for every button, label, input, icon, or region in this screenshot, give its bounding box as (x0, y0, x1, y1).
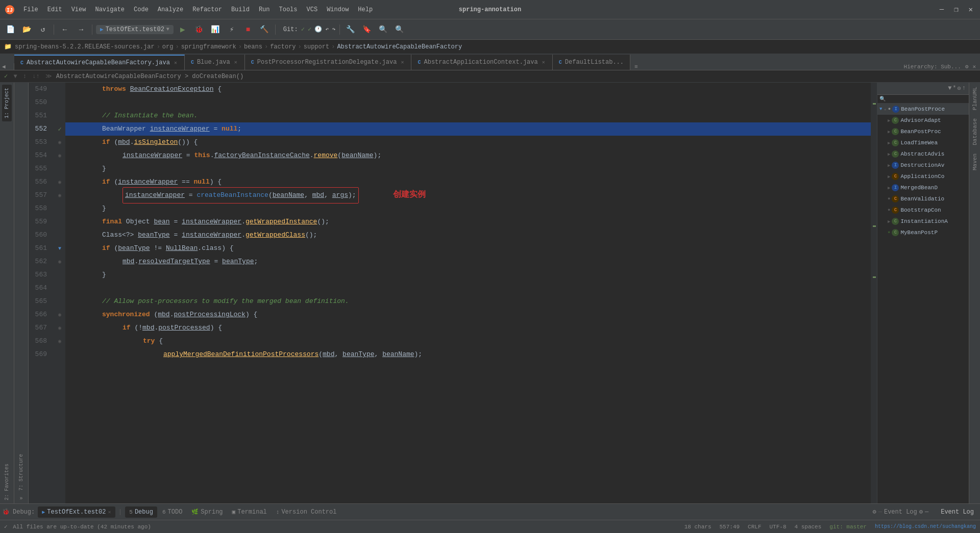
run-config-selector[interactable]: ▶ TestOfExt.test02 ▼ (96, 25, 174, 34)
left-side-tabs: 1: Project 2: Favorites (0, 83, 14, 503)
menu-run[interactable]: Run (255, 4, 274, 15)
tab-appcontext[interactable]: C AbstractApplicationContext.java ✕ (411, 55, 552, 70)
hierarchy-gear-icon[interactable]: ⚙ (965, 63, 969, 70)
breadcrumb-springframework[interactable]: springframework (181, 43, 236, 50)
hier-item-7[interactable]: ▶ I MergedBeanD (877, 182, 969, 193)
hier-item-8[interactable]: ● C BeanValidatio (877, 193, 969, 205)
menu-code[interactable]: Code (130, 4, 153, 15)
tab-abstract-autowire[interactable]: C AbstractAutowireCapableBeanFactory.jav… (14, 55, 185, 70)
menu-window[interactable]: Window (323, 4, 353, 15)
code-content[interactable]: throws BeanCreationException { // Instan… (65, 83, 871, 503)
gutter-568: ◉ (54, 335, 65, 348)
expand-all-icon[interactable]: » (17, 494, 24, 503)
status-crlf[interactable]: CRLF (748, 524, 761, 530)
forward-button[interactable]: → (74, 22, 88, 37)
bottom-tab-terminal[interactable]: ▣ Terminal (228, 506, 271, 518)
hier-item-6[interactable]: ▶ C ApplicationCo (877, 171, 969, 182)
hier-item-4[interactable]: ▶ C AbstractAdvis (877, 148, 969, 160)
breadcrumb-org[interactable]: org (162, 43, 174, 50)
bookmark-button[interactable]: 🔖 (360, 22, 374, 37)
new-file-button[interactable]: 📄 (3, 22, 17, 37)
menu-help[interactable]: Help (354, 4, 377, 15)
hier-item-5[interactable]: ▶ I DestructionAv (877, 160, 969, 171)
back-button[interactable]: ← (58, 22, 72, 37)
stop-button[interactable]: ■ (241, 22, 255, 37)
editor-scrollbar[interactable] (871, 83, 877, 503)
ln-565: 565 (29, 295, 50, 308)
menu-build[interactable]: Build (227, 4, 254, 15)
favorites-panel-tab[interactable]: 2: Favorites (2, 461, 12, 503)
tab-blue[interactable]: C Blue.java ✕ (185, 55, 245, 70)
hier-item-3[interactable]: ▶ C LoadTimeWea (877, 137, 969, 148)
hier-item-1[interactable]: ▶ C AdvisorAdapt (877, 115, 969, 126)
debug-config-close-icon[interactable]: ✕ (108, 509, 111, 515)
hier-item-root[interactable]: ▼ ★ ● I BeanPostProce (877, 104, 969, 115)
tab-close-2[interactable]: ✕ (233, 59, 238, 66)
breadcrumb2-expand-icon: ↕ (23, 73, 27, 80)
bottom-tab-debug-config[interactable]: ▶ TestOfExt.test02 ✕ (38, 506, 115, 518)
menu-tools[interactable]: Tools (275, 4, 302, 15)
event-log-gear2-icon[interactable]: ⚙ (919, 508, 923, 516)
hier-item-2[interactable]: ▶ C BeanPostProc (877, 126, 969, 137)
hier-filter2-icon[interactable]: ⊙ (958, 85, 961, 92)
bottom-tab-debug[interactable]: 5 Debug (125, 506, 157, 518)
menu-edit[interactable]: Edit (43, 4, 66, 15)
hier-item-10[interactable]: ▶ C InstantiationA (877, 216, 969, 227)
tab-postprocessor[interactable]: C PostProcessorRegistrationDelegate.java… (245, 55, 412, 70)
menu-view[interactable]: View (67, 4, 90, 15)
hier-filter1-icon[interactable]: * (952, 85, 956, 92)
plantuml-tab[interactable]: PlanUML (970, 83, 980, 114)
close-button[interactable]: ✕ (966, 4, 976, 15)
run-button[interactable]: ▶ (176, 22, 190, 37)
refresh-button[interactable]: ↺ (36, 22, 50, 37)
bottom-tab-todo[interactable]: 6 TODO (158, 506, 186, 518)
profile-button[interactable]: ⚡ (225, 22, 239, 37)
status-chars[interactable]: 18 chars (684, 524, 712, 530)
menu-vcs[interactable]: VCS (303, 4, 322, 15)
event-log-button[interactable]: ⚙ — Event Log ⚙ — Event Log (869, 506, 978, 518)
search-everywhere-button[interactable]: 🔍 (393, 22, 407, 37)
status-blog[interactable]: https://blog.csdn.net/suchangkang (875, 524, 976, 529)
menu-file[interactable]: File (19, 4, 42, 15)
status-branch[interactable]: git: master (829, 524, 867, 530)
breadcrumb-jar[interactable]: spring-beans-5.2.2.RELEASE-sources.jar (15, 43, 155, 50)
project-panel-tab[interactable]: 1: Project (2, 85, 12, 121)
maximize-button[interactable]: ❐ (951, 4, 961, 15)
menu-analyze[interactable]: Analyze (154, 4, 187, 15)
minimize-button[interactable]: — (937, 4, 947, 15)
tab-close-4[interactable]: ✕ (541, 59, 546, 66)
tab-close-3[interactable]: ✕ (400, 59, 405, 66)
breadcrumb-support[interactable]: support (304, 43, 329, 50)
status-encoding[interactable]: UTF-8 (770, 524, 787, 530)
hier-item-11[interactable]: ● C MyBeanPostP (877, 227, 969, 238)
menu-refactor[interactable]: Refactor (188, 4, 226, 15)
bottom-tab-spring[interactable]: 🌿 Spring (187, 506, 227, 518)
hierarchy-close-icon[interactable]: ✕ (972, 63, 976, 70)
breadcrumb-class[interactable]: AbstractAutowireCapableBeanFactory (337, 43, 462, 50)
more-tabs-icon[interactable]: ≡ (634, 64, 638, 70)
code-line-564 (65, 282, 871, 295)
debug-button[interactable]: 🐞 (192, 22, 206, 37)
database-tab[interactable]: Database (970, 114, 980, 149)
breadcrumb-factory[interactable]: factory (270, 43, 296, 50)
find-usages-button[interactable]: 🔍 (376, 22, 390, 37)
menu-navigate[interactable]: Navigate (91, 4, 129, 15)
hier-expand-icon[interactable]: ▼ (948, 85, 951, 92)
coverage-button[interactable]: 📊 (208, 22, 223, 37)
build-button[interactable]: 🔨 (257, 22, 272, 37)
tab-close-1[interactable]: ✕ (173, 59, 178, 66)
status-position[interactable]: 557:49 (719, 524, 740, 530)
hier-item-9[interactable]: ● C BootstrapCon (877, 205, 969, 216)
tab-defaultlist[interactable]: C DefaultListab... (553, 55, 630, 70)
ln-552: 552 (29, 122, 50, 136)
bottom-tab-vcs[interactable]: ↕ Version Control (272, 506, 341, 518)
event-log-close-icon[interactable]: — (925, 509, 928, 516)
open-button[interactable]: 📂 (19, 22, 34, 37)
breadcrumb-beans[interactable]: beans (244, 43, 262, 50)
structure-tab[interactable]: 7: Structure (16, 451, 26, 494)
project-toggle-icon[interactable]: ◀ (2, 63, 6, 70)
maven-tab[interactable]: Maven (970, 149, 980, 174)
hier-sort-icon[interactable]: ↑ (962, 85, 966, 92)
settings-button[interactable]: 🔧 (344, 22, 358, 37)
status-spaces[interactable]: 4 spaces (795, 524, 822, 530)
